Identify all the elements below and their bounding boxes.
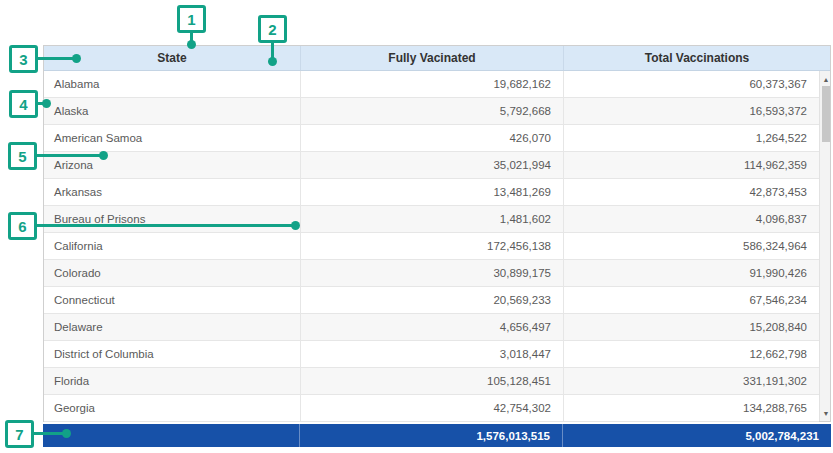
table-row[interactable]: Arizona 35,021,994 114,962,359 [44,152,819,179]
table-row[interactable]: Arkansas 13,481,269 42,873,453 [44,179,819,206]
cell-total-vaccinations: 4,096,837 [564,206,819,232]
callout-6-label: 6 [18,218,26,235]
cell-state: District of Columbia [44,341,301,367]
table-row[interactable]: California 172,456,138 586,324,964 [44,233,819,260]
table-row[interactable]: Florida 105,128,451 331,191,302 [44,368,819,395]
table-header-row: State Fully Vacinated Total Vaccinations [44,46,830,71]
cell-state: Connecticut [44,287,301,313]
cell-fully-vaccinated: 35,021,994 [301,152,564,178]
cell-total-vaccinations: 42,873,453 [564,179,819,205]
cell-fully-vaccinated: 3,018,447 [301,341,564,367]
callout-6-connector [37,224,293,227]
cell-total-vaccinations: 1,264,522 [564,125,819,151]
cell-total-vaccinations: 16,593,372 [564,98,819,124]
cell-state: Bureau of Prisons [44,206,301,232]
cell-fully-vaccinated: 13,481,269 [301,179,564,205]
cell-total-vaccinations: 134,288,765 [564,395,819,421]
cell-state: Alaska [44,98,301,124]
cell-total-vaccinations: 12,662,798 [564,341,819,367]
cell-fully-vaccinated: 426,070 [301,125,564,151]
table-row[interactable]: Georgia 42,754,302 134,288,765 [44,395,819,422]
callout-2-dot [268,57,277,66]
callout-1-dot [187,40,196,49]
callout-6: 6 [8,212,37,240]
totals-total-vaccinations: 5,002,784,231 [563,424,831,447]
table-row[interactable]: Colorado 30,899,175 91,990,426 [44,260,819,287]
callout-7-dot [62,429,71,438]
cell-total-vaccinations: 586,324,964 [564,233,819,259]
cell-state: Delaware [44,314,301,340]
cell-total-vaccinations: 60,373,367 [564,71,819,97]
table-row[interactable]: Delaware 4,656,497 15,208,840 [44,314,819,341]
totals-row: 1,576,013,515 5,002,784,231 [43,424,831,447]
cell-state: California [44,233,301,259]
cell-fully-vaccinated: 105,128,451 [301,368,564,394]
cell-state: Georgia [44,395,301,421]
cell-fully-vaccinated: 172,456,138 [301,233,564,259]
cell-state: Alabama [44,71,301,97]
cell-fully-vaccinated: 42,754,302 [301,395,564,421]
table-row[interactable]: Connecticut 20,569,233 67,546,234 [44,287,819,314]
table-row[interactable]: American Samoa 426,070 1,264,522 [44,125,819,152]
callout-7: 7 [5,420,34,448]
vertical-scrollbar[interactable]: ▲ ▼ [819,71,830,421]
table-row[interactable]: Bureau of Prisons 1,481,602 4,096,837 [44,206,819,233]
cell-total-vaccinations: 331,191,302 [564,368,819,394]
callout-2-label: 2 [268,21,276,38]
callout-4-label: 4 [19,96,27,113]
table-row[interactable]: Alabama 19,682,162 60,373,367 [44,71,819,98]
cell-total-vaccinations: 15,208,840 [564,314,819,340]
callout-5: 5 [8,142,37,170]
cell-state: American Samoa [44,125,301,151]
column-header-state[interactable]: State [44,46,301,70]
table-row[interactable]: Alaska 5,792,668 16,593,372 [44,98,819,125]
cell-fully-vaccinated: 1,481,602 [301,206,564,232]
vaccinations-table: State Fully Vacinated Total Vaccinations… [43,45,831,422]
column-header-total-vaccinations[interactable]: Total Vaccinations [564,46,830,70]
scroll-down-icon[interactable]: ▼ [820,407,832,419]
callout-5-dot [99,151,108,160]
callout-7-label: 7 [15,426,23,443]
table-rows: Alabama 19,682,162 60,373,367 Alaska 5,7… [44,71,819,421]
table-row[interactable]: District of Columbia 3,018,447 12,662,79… [44,341,819,368]
screenshot-canvas: State Fully Vacinated Total Vaccinations… [0,0,833,453]
cell-total-vaccinations: 114,962,359 [564,152,819,178]
callout-5-label: 5 [18,148,26,165]
table-body: Alabama 19,682,162 60,373,367 Alaska 5,7… [44,71,830,421]
cell-state: Florida [44,368,301,394]
callout-3-label: 3 [19,51,27,68]
cell-fully-vaccinated: 30,899,175 [301,260,564,286]
cell-total-vaccinations: 91,990,426 [564,260,819,286]
cell-fully-vaccinated: 19,682,162 [301,71,564,97]
callout-5-connector [37,154,101,157]
cell-fully-vaccinated: 20,569,233 [301,287,564,313]
cell-state: Colorado [44,260,301,286]
cell-state: Arkansas [44,179,301,205]
callout-4-dot [42,99,51,108]
cell-fully-vaccinated: 5,792,668 [301,98,564,124]
callout-3-dot [72,54,81,63]
callout-1: 1 [177,5,206,33]
scrollbar-thumb[interactable] [822,86,830,142]
callout-2: 2 [258,15,287,43]
callout-6-dot [291,221,300,230]
totals-fully-vaccinated: 1,576,013,515 [300,424,563,447]
column-header-fully-vaccinated[interactable]: Fully Vacinated [301,46,564,70]
callout-7-connector [34,432,64,435]
callout-3-connector [38,57,75,60]
cell-total-vaccinations: 67,546,234 [564,287,819,313]
callout-3: 3 [9,45,38,73]
cell-fully-vaccinated: 4,656,497 [301,314,564,340]
totals-state-cell [43,424,300,447]
callout-1-label: 1 [187,11,195,28]
scroll-up-icon[interactable]: ▲ [820,73,832,85]
callout-4: 4 [9,90,38,118]
